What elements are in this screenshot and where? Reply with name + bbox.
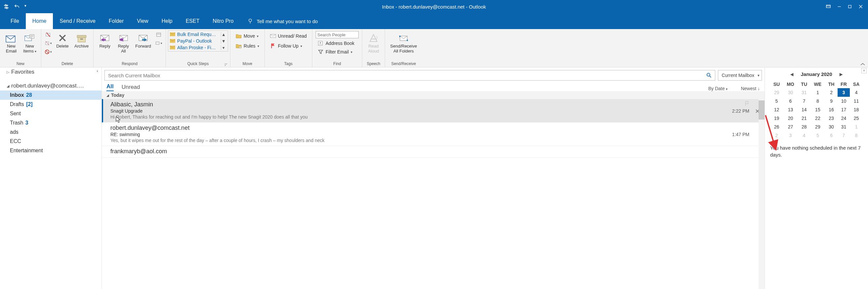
calendar-day[interactable]: 12 [770, 105, 783, 114]
calendar-day[interactable]: 5 [810, 131, 825, 140]
message-item[interactable]: robert.dunlavey@comcast.netRE: swimmingY… [102, 123, 765, 146]
calendar-prev-month[interactable]: ◀ [787, 72, 797, 76]
send-receive-all-button[interactable]: Send/Receive All Folders [387, 30, 420, 55]
calendar-day[interactable]: 25 [850, 114, 863, 123]
folder-ads[interactable]: ads [0, 128, 101, 137]
ignore-conversation-icon[interactable] [44, 31, 52, 38]
collapse-ribbon-icon[interactable] [860, 62, 865, 66]
calendar-day[interactable]: 5 [770, 97, 783, 105]
calendar-day[interactable]: 10 [838, 97, 850, 105]
message-item[interactable]: frankmaryb@aol.com [102, 146, 765, 158]
chevron-down-icon[interactable]: ▼ [221, 39, 226, 43]
search-scope-dropdown[interactable]: Current Mailbox [718, 70, 762, 81]
quick-step-item[interactable]: Bulk Email Requ… ▲ [169, 31, 227, 37]
calendar-day[interactable]: 13 [783, 105, 798, 114]
flag-icon[interactable] [745, 101, 749, 106]
favorites-header[interactable]: ▷ Favorites [0, 67, 101, 76]
chevron-up-icon[interactable]: ▲ [221, 32, 226, 37]
new-items-button[interactable]: New Items [21, 30, 39, 55]
calendar-day[interactable]: 17 [838, 105, 850, 114]
account-header[interactable]: ◢ robert.dunlavey@comcast…. [0, 81, 101, 91]
undo-icon[interactable] [14, 4, 20, 9]
message-list-scrollbar[interactable] [758, 99, 765, 289]
close-button[interactable] [858, 4, 863, 9]
calendar-day[interactable]: 1 [850, 123, 863, 131]
calendar-day[interactable]: 7 [798, 97, 810, 105]
folder-entertainment[interactable]: Entertainment [0, 146, 101, 155]
calendar-day[interactable]: 7 [838, 131, 850, 140]
date-picker[interactable]: SUMOTUWETHFRSA 2930311234567891011121314… [770, 80, 863, 140]
calendar-day[interactable]: 29 [770, 88, 783, 97]
qat-send-receive-icon[interactable] [3, 4, 9, 9]
calendar-day[interactable]: 3 [783, 131, 798, 140]
calendar-day[interactable]: 15 [810, 105, 825, 114]
close-todo-bar-icon[interactable]: × [861, 68, 867, 73]
follow-up-button[interactable]: Follow Up▾ [268, 42, 309, 50]
expand-icon[interactable]: ▾ [221, 45, 226, 50]
calendar-day[interactable]: 6 [783, 97, 798, 105]
calendar-day[interactable]: 29 [810, 123, 825, 131]
new-email-button[interactable]: New Email [2, 30, 21, 55]
message-item[interactable]: Alibasic, JasminSnagit UpgradeHi Robert,… [102, 99, 765, 123]
forward-attachment-icon[interactable]: ▾ [155, 40, 162, 47]
calendar-day[interactable]: 14 [798, 105, 810, 114]
nav-collapse-icon[interactable]: ‹ [97, 68, 98, 73]
calendar-day[interactable]: 28 [798, 123, 810, 131]
search-people-input[interactable] [316, 31, 359, 38]
calendar-day[interactable]: 31 [798, 88, 810, 97]
clean-up-icon[interactable]: ▾ [44, 40, 52, 47]
folder-ecc[interactable]: ECC [0, 137, 101, 146]
calendar-day[interactable]: 1 [810, 88, 825, 97]
tab-eset[interactable]: ESET [179, 13, 206, 29]
reply-all-button[interactable]: Reply All [114, 30, 132, 55]
tab-view[interactable]: View [130, 13, 155, 29]
rules-button[interactable]: Rules▾ [234, 42, 261, 50]
archive-button[interactable]: Archive [72, 30, 91, 50]
forward-button[interactable]: Forward [132, 30, 154, 50]
calendar-day[interactable]: 23 [825, 114, 837, 123]
calendar-day[interactable]: 18 [850, 105, 863, 114]
calendar-day[interactable]: 2 [770, 131, 783, 140]
tell-me-search[interactable]: Tell me what you want to do [247, 13, 318, 29]
calendar-day[interactable]: 9 [825, 97, 837, 105]
search-icon[interactable] [703, 72, 715, 78]
tab-home[interactable]: Home [26, 13, 53, 29]
delete-button[interactable]: Delete [53, 30, 72, 50]
calendar-day[interactable]: 4 [850, 88, 863, 97]
address-book-button[interactable]: Address Book [316, 40, 359, 47]
unread-read-button[interactable]: Unread/ Read [268, 32, 309, 40]
tab-send-receive[interactable]: Send / Receive [53, 13, 102, 29]
calendar-day[interactable]: 4 [798, 131, 810, 140]
calendar-day[interactable]: 30 [825, 123, 837, 131]
tab-folder[interactable]: Folder [102, 13, 130, 29]
calendar-day[interactable]: 2 [825, 88, 837, 97]
read-aloud-button[interactable]: Read Aloud [364, 30, 383, 55]
reply-button[interactable]: Reply [95, 30, 114, 50]
calendar-day[interactable]: 26 [770, 123, 783, 131]
filter-unread[interactable]: Unread [122, 84, 140, 91]
tab-file[interactable]: File [4, 13, 26, 29]
calendar-day[interactable]: 3 [838, 88, 850, 97]
calendar-day[interactable]: 11 [850, 97, 863, 105]
calendar-day[interactable]: 30 [783, 88, 798, 97]
calendar-day[interactable]: 16 [825, 105, 837, 114]
minimize-button[interactable] [837, 4, 842, 9]
quick-steps-launcher-icon[interactable]: ◸ [225, 63, 227, 66]
folder-trash[interactable]: Trash 3 [0, 118, 101, 128]
calendar-day[interactable]: 8 [810, 97, 825, 105]
search-mailbox-input[interactable] [105, 73, 703, 78]
calendar-day[interactable]: 24 [838, 114, 850, 123]
calendar-day[interactable]: 31 [838, 123, 850, 131]
quick-step-item[interactable]: Allan Proske - Fi… ▾ [169, 44, 227, 51]
folder-sent[interactable]: Sent [0, 109, 101, 118]
tab-nitro-pro[interactable]: Nitro Pro [206, 13, 240, 29]
calendar-day[interactable]: 22 [810, 114, 825, 123]
ribbon-display-options-icon[interactable] [826, 4, 831, 9]
sort-direction[interactable]: Newest ↓ [741, 86, 760, 91]
calendar-day[interactable]: 19 [770, 114, 783, 123]
calendar-next-month[interactable]: ▶ [836, 72, 846, 76]
junk-icon[interactable]: ▾ [44, 48, 52, 56]
quick-step-item[interactable]: PayPal - Outlook ▼ [169, 38, 227, 44]
filter-email-button[interactable]: Filter Email▾ [316, 48, 359, 56]
folder-inbox[interactable]: Inbox 28 [0, 91, 101, 100]
